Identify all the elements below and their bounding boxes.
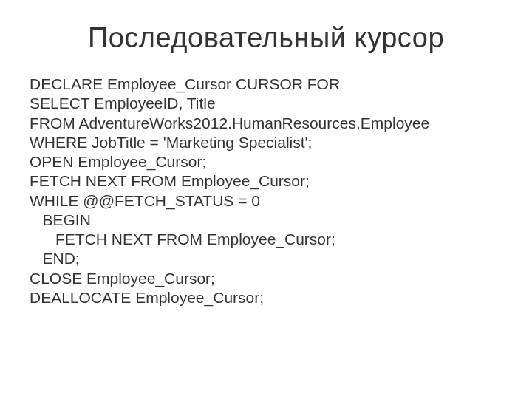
slide-title: Последовательный курсор <box>30 22 502 54</box>
slide-container: Последовательный курсор DECLARE Employee… <box>0 0 532 399</box>
sql-code-block: DECLARE Employee_Cursor CURSOR FOR SELEC… <box>30 75 502 307</box>
